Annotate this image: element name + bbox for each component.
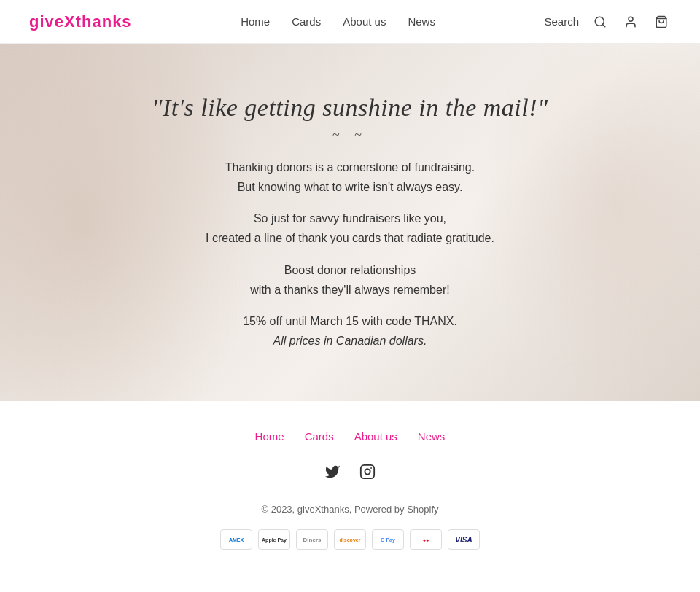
- payment-diners: Diners: [296, 529, 328, 550]
- hero-headline: "It's like getting sunshine in the mail!…: [152, 94, 548, 122]
- header-actions: Search: [544, 12, 671, 31]
- footer-nav-about-us[interactable]: About us: [354, 430, 397, 443]
- footer-nav-cards[interactable]: Cards: [305, 430, 334, 443]
- footer-nav-news[interactable]: News: [418, 430, 446, 443]
- hero-body-para2: So just for savvy fundraisers like you, …: [152, 209, 548, 248]
- social-links: [15, 460, 685, 483]
- hero-currency-note: All prices in Canadian dollars.: [273, 335, 427, 347]
- nav-news[interactable]: News: [408, 15, 435, 28]
- twitter-link[interactable]: [321, 460, 344, 483]
- account-button[interactable]: [621, 12, 640, 31]
- twitter-icon: [324, 464, 341, 480]
- footer-nav: Home Cards About us News: [15, 430, 685, 443]
- site-footer: Home Cards About us News © 2023, giveXth…: [0, 401, 700, 572]
- cart-button[interactable]: [652, 12, 671, 31]
- search-icon: [594, 15, 607, 28]
- main-nav: Home Cards About us News: [241, 15, 435, 28]
- svg-line-1: [602, 24, 604, 26]
- payment-amex: AMEX: [220, 529, 252, 550]
- hero-section: "It's like getting sunshine in the mail!…: [0, 44, 700, 401]
- hero-content: "It's like getting sunshine in the mail!…: [137, 94, 563, 351]
- nav-home[interactable]: Home: [241, 15, 270, 28]
- payment-gpay: G Pay: [372, 529, 404, 550]
- hero-body-para1: Thanking donors is a cornerstone of fund…: [152, 157, 548, 197]
- payment-mastercard: ●●: [410, 529, 442, 550]
- hero-tilde: ~ ~: [152, 128, 548, 143]
- hero-body-para3: Boost donor relationships with a thanks …: [152, 260, 548, 300]
- hero-body: Thanking donors is a cornerstone of fund…: [152, 157, 548, 351]
- payment-visa: VISA: [448, 529, 480, 550]
- search-button[interactable]: [591, 12, 610, 31]
- payment-methods: AMEX Apple Pay Diners discover G Pay ●● …: [15, 529, 685, 550]
- instagram-icon: [359, 464, 376, 480]
- user-icon: [624, 15, 637, 28]
- hero-promo: 15% off until March 15 with code THANX. …: [152, 311, 548, 351]
- powered-by-shopify[interactable]: Powered by Shopify: [354, 504, 439, 515]
- cart-icon: [655, 15, 668, 28]
- instagram-link[interactable]: [356, 460, 379, 483]
- site-logo[interactable]: giveXthanks: [29, 12, 132, 31]
- footer-nav-home[interactable]: Home: [255, 430, 284, 443]
- footer-copyright: © 2023, giveXthanks, Powered by Shopify: [15, 504, 685, 515]
- search-label[interactable]: Search: [544, 15, 579, 28]
- payment-applepay: Apple Pay: [258, 529, 290, 550]
- payment-discover: discover: [334, 529, 366, 550]
- svg-rect-4: [361, 465, 374, 478]
- svg-point-2: [629, 17, 633, 21]
- nav-about-us[interactable]: About us: [343, 15, 386, 28]
- nav-cards[interactable]: Cards: [292, 15, 321, 28]
- site-header: giveXthanks Home Cards About us News Sea…: [0, 0, 700, 44]
